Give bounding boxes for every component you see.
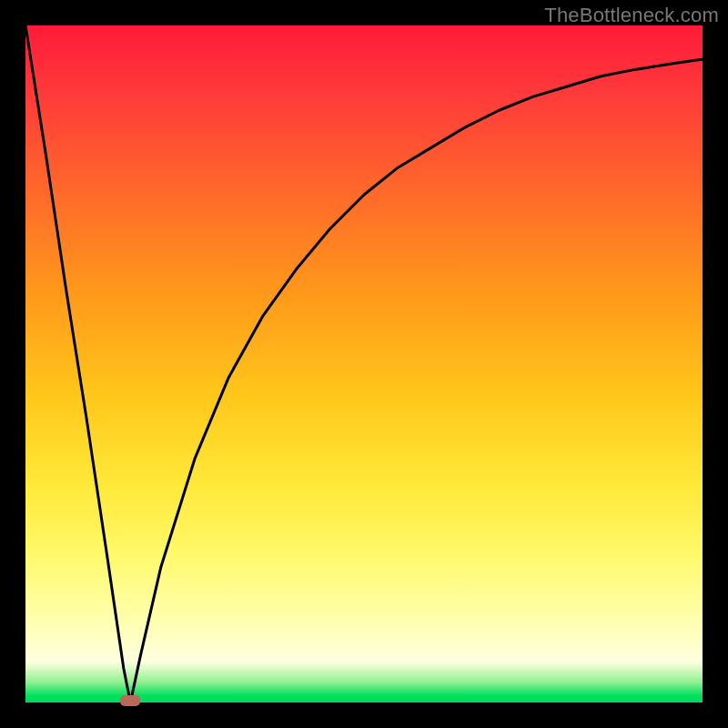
- chart-plot-area: [25, 25, 703, 703]
- curve-right-branch: [130, 59, 703, 703]
- watermark-text: TheBottleneck.com: [544, 4, 719, 27]
- bottleneck-curve: [25, 25, 703, 703]
- curve-left-branch: [25, 25, 130, 703]
- optimum-marker: [120, 695, 140, 706]
